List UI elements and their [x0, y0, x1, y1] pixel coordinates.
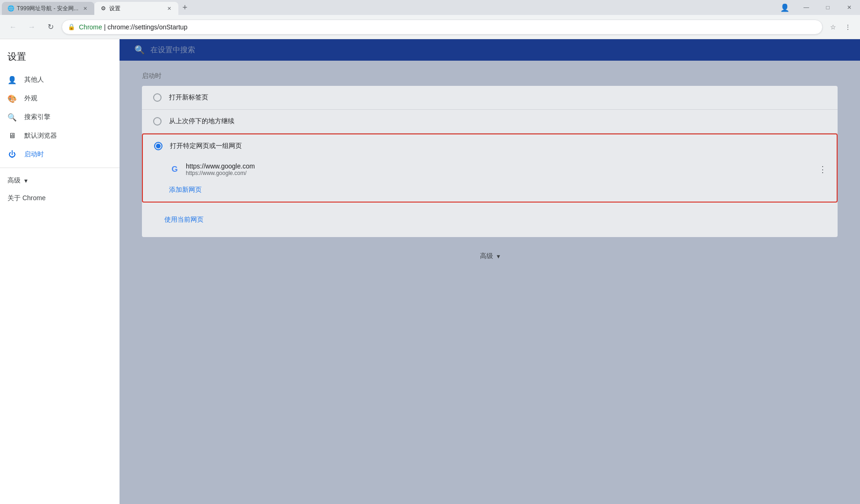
add-new-page-link[interactable]: 添加新网页 [143, 181, 837, 202]
palette-icon: 🎨 [7, 94, 17, 103]
about-label: 关于 Chrome [7, 194, 46, 202]
tabs-area: 🌐 T999网址导航 - 安全网... ✕ ⚙ 设置 ✕ + [0, 0, 774, 15]
settings-search-input[interactable] [150, 46, 845, 54]
radio-continue[interactable] [153, 117, 162, 126]
tab2-close[interactable]: ✕ [165, 5, 173, 12]
content-area: 🔍 启动时 打开新标签页 从上次停下的地方继续 [120, 39, 860, 504]
window-controls: 👤 — □ ✕ [774, 0, 860, 15]
tab2-favicon: ⚙ [100, 5, 106, 12]
advanced-label: 高级 [7, 176, 21, 185]
sidebar-default-label: 默认浏览器 [24, 132, 57, 140]
search-bar: 🔍 [120, 39, 860, 61]
maximize-button[interactable]: □ [817, 0, 839, 15]
sidebar-item-search[interactable]: 🔍 搜索引擎 [0, 108, 120, 126]
radio-new-tab[interactable] [153, 93, 162, 102]
back-button[interactable]: ← [6, 20, 21, 35]
radio-inner-dot [156, 144, 161, 148]
main-layout: 设置 👤 其他人 🎨 外观 🔍 搜索引擎 🖥 默认浏览器 ⏻ 启动时 高级 ▾ … [0, 39, 860, 504]
tab1-favicon: 🌐 [7, 5, 14, 12]
entry-more-button[interactable]: ⋮ [816, 163, 829, 176]
addressbar: ← → ↻ 🔒 Chrome | chrome://settings/onSta… [0, 15, 860, 39]
url-entry-url: https://www.google.com/ [186, 170, 811, 176]
url-entry-google: G https://www.google.com https://www.goo… [143, 158, 837, 181]
sidebar-startup-label: 启动时 [24, 150, 44, 159]
refresh-button[interactable]: ↻ [43, 20, 58, 35]
url-text: Chrome | chrome://settings/onStartup [79, 23, 187, 31]
sidebar-about[interactable]: 关于 Chrome [0, 189, 120, 207]
sidebar-title: 设置 [0, 47, 120, 70]
person-icon: 👤 [7, 75, 17, 84]
option-specific-pages-label: 打开特定网页或一组网页 [170, 142, 242, 150]
tab1-close[interactable]: ✕ [81, 5, 89, 12]
google-logo: G [169, 164, 180, 175]
url-actions: ☆ ⋮ [826, 21, 854, 34]
use-current-row: 使用当前网页 [142, 203, 838, 237]
section-title-startup: 启动时 [142, 72, 838, 80]
tab2-title: 设置 [109, 5, 162, 13]
url-path: chrome://settings/onStartup [107, 23, 187, 31]
sidebar-item-default-browser[interactable]: 🖥 默认浏览器 [0, 126, 120, 145]
bookmark-button[interactable]: ☆ [826, 21, 839, 34]
menu-button[interactable]: ⋮ [841, 21, 854, 34]
minimize-button[interactable]: — [796, 0, 817, 15]
tab-t999[interactable]: 🌐 T999网址导航 - 安全网... ✕ [2, 2, 94, 15]
sidebar-search-label: 搜索引擎 [24, 113, 50, 121]
settings-content: 启动时 打开新标签页 从上次停下的地方继续 [120, 61, 860, 287]
url-entry-texts: https://www.google.com https://www.googl… [186, 162, 811, 176]
option-continue[interactable]: 从上次停下的地方继续 [142, 110, 838, 133]
power-icon: ⏻ [7, 150, 17, 159]
advanced-bottom-label: 高级 [480, 252, 493, 260]
option-new-tab[interactable]: 打开新标签页 [142, 86, 838, 110]
advanced-bottom-chevron-icon: ▾ [497, 252, 500, 260]
option-new-tab-label: 打开新标签页 [169, 93, 208, 102]
sidebar-item-startup[interactable]: ⏻ 启动时 [0, 145, 120, 164]
radio-specific-pages[interactable] [154, 142, 162, 150]
profile-button[interactable]: 👤 [774, 0, 796, 15]
sidebar-others-label: 其他人 [24, 76, 44, 84]
url-entry-name: https://www.google.com [186, 162, 811, 170]
startup-options-card: 打开新标签页 从上次停下的地方继续 打开特定网页或一组网页 [142, 86, 838, 237]
advanced-chevron-icon: ▾ [24, 177, 28, 184]
new-tab-button[interactable]: + [178, 1, 191, 14]
sidebar-divider [0, 168, 120, 168]
titlebar: 🌐 T999网址导航 - 安全网... ✕ ⚙ 设置 ✕ + 👤 — □ ✕ [0, 0, 860, 15]
option-specific-pages-card: 打开特定网页或一组网页 G https://www.google.com htt… [142, 133, 838, 203]
sidebar-item-appearance[interactable]: 🎨 外观 [0, 89, 120, 108]
url-protocol: Chrome [79, 23, 102, 31]
tab1-title: T999网址导航 - 安全网... [17, 5, 78, 13]
sidebar: 设置 👤 其他人 🎨 外观 🔍 搜索引擎 🖥 默认浏览器 ⏻ 启动时 高级 ▾ … [0, 39, 120, 504]
advanced-bottom[interactable]: 高级 ▾ [142, 237, 838, 275]
use-current-page-link[interactable]: 使用当前网页 [153, 210, 215, 230]
monitor-icon: 🖥 [7, 131, 17, 140]
search-bar-icon: 🔍 [134, 45, 145, 55]
option-continue-label: 从上次停下的地方继续 [169, 117, 234, 126]
sidebar-appearance-label: 外观 [24, 94, 37, 103]
search-icon: 🔍 [7, 112, 17, 122]
forward-button[interactable]: → [24, 20, 39, 35]
close-button[interactable]: ✕ [839, 0, 860, 15]
tab-settings[interactable]: ⚙ 设置 ✕ [94, 2, 178, 15]
sidebar-advanced[interactable]: 高级 ▾ [0, 172, 120, 189]
url-bar[interactable]: 🔒 Chrome | chrome://settings/onStartup [62, 20, 823, 35]
sidebar-item-others[interactable]: 👤 其他人 [0, 70, 120, 89]
option-specific-pages[interactable]: 打开特定网页或一组网页 [143, 134, 837, 158]
